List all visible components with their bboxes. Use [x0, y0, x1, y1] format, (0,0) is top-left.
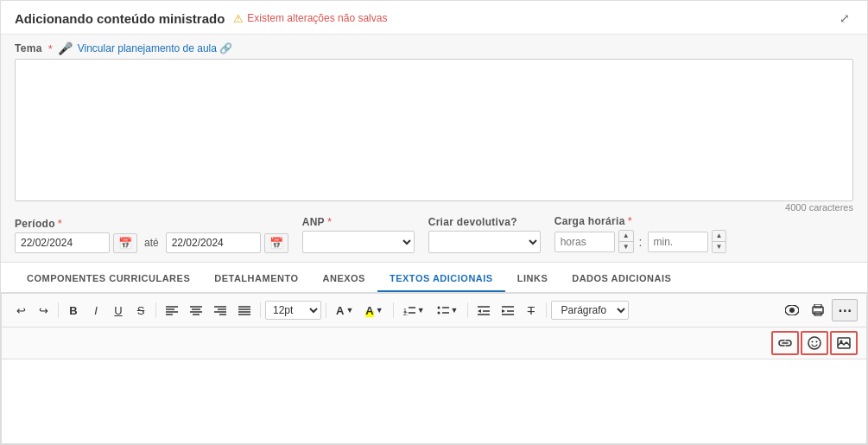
tab-links[interactable]: LINKS [505, 266, 561, 292]
indent-button[interactable] [497, 300, 519, 321]
align-left-button[interactable] [161, 300, 183, 321]
sep7 [546, 302, 547, 318]
tema-label-row: Tema * 🎤 Vincular planejamento de aula 🔗 [15, 35, 853, 59]
sep5 [393, 302, 394, 318]
print-button[interactable] [806, 300, 830, 321]
editor-section: ↩ ↪ B I U S 12pt 8pt 10pt [1, 293, 867, 444]
svg-point-22 [437, 312, 440, 315]
align-justify-button[interactable] [233, 300, 256, 321]
carga-horaria-group: Carga horária * ▲ ▼ : ▲ ▼ [554, 214, 727, 253]
highlight-button[interactable]: A ▼ [360, 301, 388, 321]
insert-image-button[interactable] [830, 331, 858, 355]
min-spinner: ▲ ▼ [712, 230, 727, 253]
sep2 [155, 302, 156, 318]
unsaved-text: Existem alterações não salvas [247, 12, 387, 24]
sep4 [326, 302, 326, 318]
svg-marker-29 [502, 309, 505, 313]
anp-required: * [327, 215, 332, 228]
anp-label: ANP [302, 216, 325, 228]
highlight-icon: A [365, 304, 373, 317]
carga-required: * [628, 214, 632, 227]
tab-textos-adicionais[interactable]: TEXTOS ADICIONAIS [377, 266, 505, 292]
svg-point-38 [808, 337, 820, 349]
mic-icon[interactable]: 🎤 [58, 41, 73, 55]
criar-devolutiva-label: Criar devolutiva? [428, 216, 541, 228]
horas-spinner: ▲ ▼ [618, 230, 634, 253]
font-size-select[interactable]: 12pt 8pt 10pt 14pt 18pt 24pt [265, 301, 321, 320]
sep1 [58, 302, 59, 318]
tema-required: * [48, 42, 53, 55]
tabs-bar: COMPONENTES CURRICULARES DETALHAMENTO AN… [1, 266, 867, 293]
outdent-button[interactable] [472, 300, 495, 321]
svg-point-40 [816, 341, 818, 343]
color-dropdown-icon: ▼ [345, 306, 353, 315]
svg-point-33 [789, 308, 795, 313]
carga-horaria-label: Carga horária [554, 215, 625, 227]
tab-dados-adicionais[interactable]: DADOS ADICIONAIS [560, 266, 683, 292]
vincular-link-icon: 🔗 [219, 42, 232, 54]
underline-button[interactable]: U [108, 300, 129, 321]
ul-dropdown-icon: ▼ [451, 306, 459, 315]
svg-marker-25 [478, 309, 481, 313]
page-wrapper: Adicionando conteúdo ministrado ⚠ Existe… [0, 0, 868, 445]
date-from-calendar-button[interactable]: 📅 [113, 233, 137, 253]
warning-icon: ⚠ [233, 12, 244, 25]
vincular-text: Vincular planejamento de aula [78, 42, 217, 54]
periodo-required: * [58, 217, 62, 230]
min-input[interactable] [648, 232, 708, 252]
periodo-group: Período * 📅 até 📅 [15, 217, 288, 253]
period-row: Período * 📅 até 📅 ANP * [15, 214, 853, 253]
min-down[interactable]: ▼ [713, 242, 726, 252]
colon-separator: : [637, 235, 644, 249]
tema-textarea[interactable] [15, 59, 853, 201]
insert-link-button[interactable] [771, 331, 799, 355]
date-from-input[interactable] [15, 232, 110, 253]
align-right-button[interactable] [209, 300, 231, 321]
italic-button[interactable]: I [86, 300, 106, 321]
highlight-dropdown-icon: ▼ [376, 306, 383, 315]
paragraph-select[interactable]: Parágrafo Título 1 Título 2 Título 3 [551, 301, 629, 320]
anp-group: ANP * [302, 215, 415, 253]
page-title: Adicionando conteúdo ministrado [15, 11, 225, 26]
ol-dropdown-icon: ▼ [417, 306, 425, 315]
editor-content-area[interactable] [2, 359, 866, 443]
sep6 [467, 302, 468, 318]
page-title-area: Adicionando conteúdo ministrado ⚠ Existe… [15, 11, 387, 26]
sep3 [260, 302, 261, 318]
ordered-list-button[interactable]: 1.2. ▼ [398, 302, 430, 319]
align-center-button[interactable] [185, 300, 207, 321]
svg-text:2.: 2. [403, 310, 409, 315]
unordered-list-button[interactable]: ▼ [432, 302, 464, 319]
carga-row: ▲ ▼ : ▲ ▼ [554, 230, 727, 253]
svg-point-39 [812, 341, 814, 343]
criar-devolutiva-select[interactable] [428, 231, 541, 253]
font-color-icon: A [336, 304, 344, 317]
more-options-button[interactable]: ⋯ [832, 299, 858, 321]
top-section: Tema * 🎤 Vincular planejamento de aula 🔗… [1, 35, 867, 263]
clear-format-button[interactable]: T̶ [521, 300, 542, 321]
min-up[interactable]: ▲ [713, 231, 726, 242]
horas-down[interactable]: ▼ [619, 242, 633, 252]
font-color-button[interactable]: A ▼ [331, 301, 358, 321]
tab-detalhamento[interactable]: DETALHAMENTO [202, 266, 310, 292]
tab-anexos[interactable]: ANEXOS [311, 266, 377, 292]
undo-button[interactable]: ↩ [10, 300, 31, 321]
ate-label: até [141, 237, 162, 249]
date-to-input[interactable] [166, 232, 261, 253]
svg-point-20 [437, 307, 440, 309]
toolbar-right: ⋯ [780, 299, 858, 321]
bold-button[interactable]: B [63, 300, 84, 321]
strikethrough-button[interactable]: S [130, 300, 151, 321]
expand-button[interactable]: ⤢ [836, 10, 853, 27]
vincular-link[interactable]: Vincular planejamento de aula 🔗 [78, 42, 233, 54]
date-input-row: 📅 até 📅 [15, 232, 288, 253]
anp-select[interactable] [302, 231, 415, 253]
tab-componentes-curriculares[interactable]: COMPONENTES CURRICULARES [15, 266, 202, 292]
date-to-calendar-button[interactable]: 📅 [264, 233, 288, 253]
redo-button[interactable]: ↪ [33, 300, 54, 321]
horas-up[interactable]: ▲ [619, 231, 633, 242]
criar-devolutiva-group: Criar devolutiva? [428, 216, 541, 253]
insert-emoji-button[interactable] [801, 331, 828, 355]
preview-button[interactable] [780, 300, 804, 321]
horas-input[interactable] [554, 232, 615, 252]
